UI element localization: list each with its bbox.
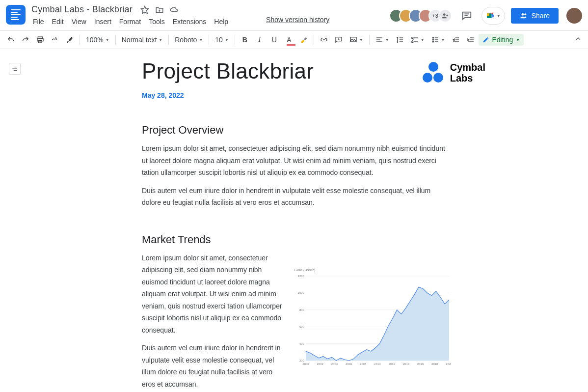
link-button[interactable]	[317, 33, 331, 47]
svg-point-5	[524, 13, 526, 15]
svg-text:2014: 2014	[403, 363, 410, 365]
chevron-down-icon: ▼	[106, 38, 109, 42]
section-market-heading: Market Trends	[142, 233, 446, 246]
zoom-select[interactable]: 100%▼	[83, 36, 112, 44]
spellcheck-button[interactable]: A	[48, 33, 62, 47]
star-icon[interactable]	[140, 5, 149, 14]
people-icon	[520, 12, 528, 20]
svg-text:2020: 2020	[446, 363, 451, 365]
add-person-icon[interactable]	[438, 9, 452, 23]
svg-text:2002: 2002	[317, 363, 324, 365]
undo-button[interactable]	[4, 33, 18, 47]
brand-circles-icon	[423, 62, 444, 84]
collaborator-avatars: +3	[389, 9, 452, 23]
docs-logo-icon	[11, 9, 21, 20]
svg-marker-0	[141, 6, 148, 13]
svg-rect-19	[412, 37, 413, 39]
line-spacing-button[interactable]	[393, 33, 407, 47]
chevron-down-icon: ▼	[159, 38, 162, 42]
mode-label: Editing	[492, 36, 513, 44]
menu-file[interactable]: File	[29, 16, 48, 27]
chevron-down-icon: ▼	[385, 38, 389, 42]
svg-text:2000: 2000	[302, 363, 309, 365]
font-select[interactable]: Roboto▼	[172, 36, 206, 44]
svg-text:1200: 1200	[298, 275, 305, 278]
chevron-down-icon: ▼	[359, 38, 363, 42]
chevron-down-icon: ▼	[199, 38, 203, 42]
svg-text:A: A	[54, 36, 57, 41]
bold-button[interactable]: B	[238, 33, 252, 47]
overview-paragraph-2: Duis autem vel eum iriure dolor in hendr…	[142, 185, 446, 209]
comments-button[interactable]	[458, 7, 476, 25]
document-heading: Project Blackbriar	[142, 59, 446, 84]
account-avatar[interactable]	[566, 8, 582, 24]
menu-extensions[interactable]: Extensions	[169, 16, 210, 27]
document-page[interactable]: CymbalLabs Project Blackbriar May 28, 20…	[93, 49, 495, 392]
format-paint-button[interactable]	[63, 33, 77, 47]
svg-text:400: 400	[299, 342, 305, 345]
checklist-button[interactable]: ▼	[408, 36, 428, 44]
chevron-down-icon: ▼	[441, 38, 445, 42]
chevron-down-icon: ▼	[516, 38, 520, 42]
menu-tools[interactable]: Tools	[145, 16, 168, 27]
meet-icon	[486, 12, 496, 20]
svg-point-4	[521, 13, 524, 16]
svg-text:2006: 2006	[346, 363, 352, 365]
svg-text:2016: 2016	[417, 363, 424, 365]
svg-point-23	[432, 37, 433, 38]
add-comment-button[interactable]	[332, 33, 346, 47]
italic-button[interactable]: I	[253, 33, 267, 47]
svg-text:800: 800	[299, 308, 305, 311]
svg-text:200: 200	[299, 359, 305, 362]
bullet-list-button[interactable]: ▼	[428, 36, 448, 44]
chevron-down-icon: ▼	[497, 14, 501, 18]
pencil-icon	[482, 36, 489, 43]
indent-button[interactable]	[464, 33, 478, 47]
print-button[interactable]	[33, 33, 47, 47]
font-size-select[interactable]: 10▼	[212, 36, 232, 44]
svg-rect-20	[412, 41, 413, 43]
move-icon[interactable]	[155, 5, 164, 14]
meet-button[interactable]: ▼	[481, 7, 505, 25]
chart-title: Gold (us/oz)	[294, 268, 451, 272]
svg-point-1	[443, 13, 446, 16]
version-history-link[interactable]: Show version history	[266, 16, 329, 24]
redo-button[interactable]	[19, 33, 32, 47]
document-date: May 28, 2022	[142, 91, 446, 99]
market-paragraph-1: Lorem ipsum dolor sit amet, consectetuer…	[142, 252, 284, 336]
style-select[interactable]: Normal text▼	[119, 36, 166, 44]
svg-text:600: 600	[299, 325, 305, 328]
market-chart: Gold (us/oz) 200400600800100012002000200…	[294, 268, 451, 367]
menu-view[interactable]: View	[68, 16, 90, 27]
align-button[interactable]: ▼	[373, 36, 392, 44]
svg-point-24	[432, 39, 433, 40]
toolbar: A 100%▼ Normal text▼ Roboto▼ 10▼ B I U A…	[0, 30, 588, 49]
menu-insert[interactable]: Insert	[91, 16, 115, 27]
image-button[interactable]: ▼	[347, 36, 366, 44]
menu-format[interactable]: Format	[116, 16, 144, 27]
text-color-button[interactable]: A	[282, 33, 296, 47]
highlight-button[interactable]	[297, 33, 311, 47]
outline-toggle-button[interactable]	[9, 63, 21, 75]
cloud-saved-icon[interactable]	[170, 5, 179, 14]
svg-text:2018: 2018	[431, 363, 438, 365]
chevron-down-icon: ▼	[225, 38, 229, 42]
svg-text:1000: 1000	[298, 291, 305, 294]
underline-button[interactable]: U	[267, 33, 281, 47]
menu-edit[interactable]: Edit	[49, 16, 67, 27]
svg-point-25	[432, 41, 433, 42]
svg-text:2010: 2010	[374, 363, 381, 365]
menu-help[interactable]: Help	[211, 16, 232, 27]
market-paragraph-2: Duis autem vel eum iriure dolor in hendr…	[142, 342, 284, 390]
mode-button[interactable]: Editing ▼	[479, 34, 524, 46]
svg-text:2012: 2012	[389, 363, 396, 365]
outdent-button[interactable]	[449, 33, 463, 47]
share-label: Share	[532, 12, 550, 20]
docs-logo[interactable]	[6, 5, 26, 25]
section-overview-heading: Project Overview	[142, 124, 446, 137]
share-button[interactable]: Share	[511, 8, 559, 24]
chevron-down-icon: ▼	[421, 38, 425, 42]
brand-logo: CymbalLabs	[423, 62, 485, 84]
collapse-toolbar-button[interactable]	[572, 33, 584, 47]
document-title[interactable]: Cymbal Labs - Blackbriar	[29, 4, 134, 15]
